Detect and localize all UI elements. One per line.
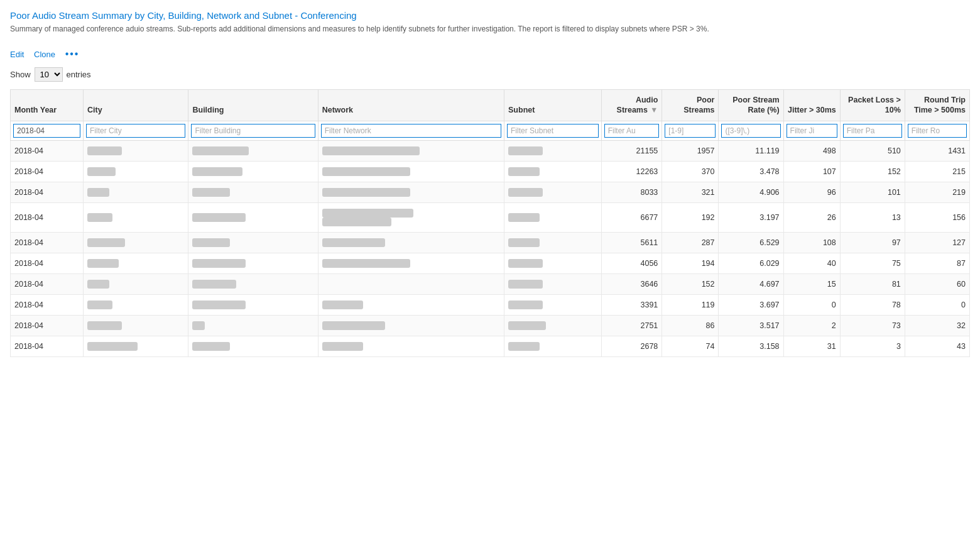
filter-input-subnet[interactable] bbox=[507, 124, 599, 138]
cell-audio: 2678 bbox=[601, 336, 662, 356]
col-header-audio[interactable]: Audio Streams▼ bbox=[601, 90, 662, 121]
cell-network: xxxxxx bbox=[318, 182, 504, 202]
sort-icon[interactable]: ▼ bbox=[650, 105, 658, 115]
cell-jitter: 2 bbox=[783, 315, 840, 336]
cell-jitter: 108 bbox=[783, 232, 840, 253]
cell-jitter: 31 bbox=[783, 336, 840, 356]
blurred-value: xxxxxx bbox=[322, 342, 363, 351]
cell-subnet: xxxxxx bbox=[504, 161, 602, 182]
col-header-psr: Poor Stream Rate (%) bbox=[719, 90, 783, 121]
cell-audio: 5611 bbox=[601, 232, 662, 253]
cell-packet: 81 bbox=[840, 273, 905, 294]
cell-building: xxxxxx bbox=[188, 294, 318, 315]
blurred-value: xxxxxx bbox=[87, 259, 119, 268]
cell-psr: 4.697 bbox=[719, 273, 783, 294]
blurred-value: xxxxxx bbox=[87, 280, 109, 289]
cell-month: 2018-04 bbox=[11, 202, 84, 232]
blurred-value: xxxxxx bbox=[508, 321, 546, 330]
blurred-value: xxxxxx bbox=[192, 167, 242, 176]
cell-psr: 6.029 bbox=[719, 253, 783, 273]
col-header-subnet: Subnet bbox=[504, 90, 602, 121]
filter-input-month[interactable] bbox=[13, 124, 80, 138]
blurred-value: xxxxxx bbox=[322, 218, 391, 226]
cell-month: 2018-04 bbox=[11, 294, 84, 315]
cell-psr: 4.906 bbox=[719, 182, 783, 202]
cell-rtt: 215 bbox=[905, 161, 969, 182]
table-row: 2018-04xxxxxxxxxxxxxxxxxxxxxxxx122633703… bbox=[11, 161, 970, 182]
cell-subnet: xxxxxx bbox=[504, 294, 602, 315]
cell-rtt: 0 bbox=[905, 294, 969, 315]
more-options-button[interactable]: ••• bbox=[65, 48, 80, 59]
col-header-rtt: Round Trip Time > 500ms bbox=[905, 90, 969, 121]
cell-poor: 119 bbox=[662, 294, 719, 315]
cell-rtt: 1431 bbox=[905, 140, 969, 161]
cell-city: xxxxxx bbox=[83, 315, 188, 336]
cell-poor: 74 bbox=[662, 336, 719, 356]
cell-packet: 13 bbox=[840, 202, 905, 232]
cell-network: xxxxxx bbox=[318, 253, 504, 273]
cell-psr: 6.529 bbox=[719, 232, 783, 253]
cell-audio: 4056 bbox=[601, 253, 662, 273]
cell-building: xxxxxx bbox=[188, 202, 318, 232]
blurred-value: xxxxxx bbox=[508, 259, 543, 268]
cell-subnet: xxxxxx bbox=[504, 273, 602, 294]
cell-network: xxxxxx bbox=[318, 336, 504, 356]
entries-select[interactable]: 10 25 50 bbox=[35, 67, 63, 82]
filter-input-rtt[interactable] bbox=[908, 124, 967, 138]
cell-city: xxxxxx bbox=[83, 140, 188, 161]
cell-audio: 12263 bbox=[601, 161, 662, 182]
cell-poor: 192 bbox=[662, 202, 719, 232]
blurred-value: xxxxxx bbox=[87, 167, 116, 176]
filter-input-city[interactable] bbox=[86, 124, 186, 138]
blurred-value: xxxxxx bbox=[508, 238, 540, 247]
cell-month: 2018-04 bbox=[11, 273, 84, 294]
clone-link[interactable]: Clone bbox=[34, 50, 55, 59]
cell-network bbox=[318, 273, 504, 294]
filter-input-poor[interactable] bbox=[665, 124, 716, 138]
table-row: 2018-04xxxxxxxxxxxxxxxxxxxxxxxx2751863.5… bbox=[11, 315, 970, 336]
cell-city: xxxxxx bbox=[83, 336, 188, 356]
cell-building: xxxxxx bbox=[188, 140, 318, 161]
blurred-value: xxxxxx bbox=[87, 188, 109, 197]
blurred-value: xxxxxx bbox=[87, 342, 138, 351]
cell-month: 2018-04 bbox=[11, 336, 84, 356]
edit-link[interactable]: Edit bbox=[10, 50, 24, 59]
cell-packet: 3 bbox=[840, 336, 905, 356]
cell-psr: 3.517 bbox=[719, 315, 783, 336]
filter-input-audio[interactable] bbox=[604, 124, 660, 138]
cell-network: xxxxxx bbox=[318, 232, 504, 253]
cell-building: xxxxxx bbox=[188, 161, 318, 182]
filter-input-psr[interactable] bbox=[721, 124, 780, 138]
col-header-building: Building bbox=[188, 90, 318, 121]
cell-month: 2018-04 bbox=[11, 140, 84, 161]
cell-subnet: xxxxxx bbox=[504, 253, 602, 273]
cell-poor: 321 bbox=[662, 182, 719, 202]
cell-rtt: 156 bbox=[905, 202, 969, 232]
cell-psr: 3.697 bbox=[719, 294, 783, 315]
filter-input-building[interactable] bbox=[191, 124, 315, 138]
cell-network: xxxxxx bbox=[318, 294, 504, 315]
cell-building: xxxxxx bbox=[188, 336, 318, 356]
blurred-value: xxxxxx bbox=[508, 188, 543, 197]
col-header-poor: Poor Streams bbox=[662, 90, 719, 121]
filter-input-network[interactable] bbox=[321, 124, 501, 138]
cell-network: xxxxxx bbox=[318, 161, 504, 182]
cell-month: 2018-04 bbox=[11, 253, 84, 273]
blurred-value: xxxxxx bbox=[322, 188, 410, 197]
cell-month: 2018-04 bbox=[11, 315, 84, 336]
cell-jitter: 107 bbox=[783, 161, 840, 182]
cell-poor: 1957 bbox=[662, 140, 719, 161]
cell-audio: 21155 bbox=[601, 140, 662, 161]
blurred-value: xxxxxx bbox=[508, 167, 540, 176]
table-header-row: Month YearCityBuildingNetworkSubnetAudio… bbox=[11, 90, 970, 121]
filter-input-jitter[interactable] bbox=[787, 124, 837, 138]
show-label: Show bbox=[10, 70, 31, 79]
cell-jitter: 498 bbox=[783, 140, 840, 161]
cell-jitter: 15 bbox=[783, 273, 840, 294]
page-subtitle: Summary of managed conference aduio stre… bbox=[10, 25, 970, 33]
table-row: 2018-04xxxxxxxxxxxxxxxxxxxxxxxx56112876.… bbox=[11, 232, 970, 253]
filter-input-packet[interactable] bbox=[843, 124, 902, 138]
cell-rtt: 219 bbox=[905, 182, 969, 202]
cell-subnet: xxxxxx bbox=[504, 182, 602, 202]
cell-poor: 370 bbox=[662, 161, 719, 182]
